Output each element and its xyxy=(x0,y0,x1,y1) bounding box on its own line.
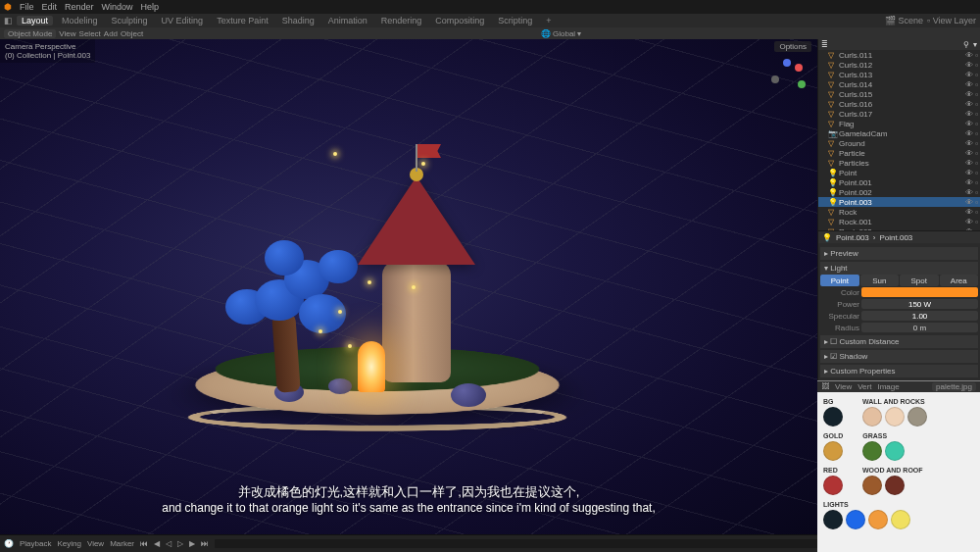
outliner-item[interactable]: ▽Curls.017👁 ▫ xyxy=(818,109,980,119)
vp-menu-add[interactable]: Add xyxy=(104,29,118,38)
light-tab-point[interactable]: Point xyxy=(820,275,859,286)
vp-menu-object[interactable]: Object xyxy=(121,29,143,38)
outliner-item[interactable]: ▽Particles👁 ▫ xyxy=(818,158,980,168)
outliner-item[interactable]: ▽Curls.015👁 ▫ xyxy=(818,89,980,99)
property-value[interactable]: 0 m xyxy=(861,323,978,332)
tab-animation[interactable]: Animation xyxy=(323,16,372,25)
outliner-item[interactable]: 💡Point👁 ▫ xyxy=(818,168,980,177)
outliner-item[interactable]: ▽Rock👁 ▫ xyxy=(818,207,980,217)
visibility-toggles[interactable]: 👁 ▫ xyxy=(965,149,978,158)
img-menu-vert[interactable]: Vert xyxy=(858,382,871,391)
section-light[interactable]: ▾ Light xyxy=(820,262,978,275)
visibility-toggles[interactable]: 👁 ▫ xyxy=(965,198,978,207)
menu-file[interactable]: File xyxy=(20,2,34,12)
timeline-track[interactable] xyxy=(215,539,865,548)
tab-sculpting[interactable]: Sculpting xyxy=(107,16,153,25)
img-menu-view[interactable]: View xyxy=(835,382,852,391)
play-reverse-icon[interactable]: ◁ xyxy=(166,539,172,548)
visibility-toggles[interactable]: 👁 ▫ xyxy=(965,169,978,177)
vp-menu-view[interactable]: View xyxy=(59,29,75,38)
section-shadow[interactable]: ▸ ☑ Shadow xyxy=(820,350,978,363)
image-filename[interactable]: palette.jpg xyxy=(932,382,976,391)
3d-viewport[interactable]: Camera Perspective (0) Collection | Poin… xyxy=(0,39,817,534)
visibility-toggles[interactable]: 👁 ▫ xyxy=(965,80,978,89)
navigation-gizmo[interactable] xyxy=(768,59,808,98)
tab-compositing[interactable]: Compositing xyxy=(430,16,489,25)
menu-window[interactable]: Window xyxy=(102,2,133,12)
visibility-toggles[interactable]: 👁 ▫ xyxy=(965,90,978,99)
outliner-item[interactable]: 💡Point.003👁 ▫ xyxy=(818,197,980,207)
outliner-item[interactable]: ▽Curls.013👁 ▫ xyxy=(818,70,980,79)
tl-menu-marker[interactable]: Marker xyxy=(110,539,134,548)
tl-menu-keying[interactable]: Keying xyxy=(57,539,80,548)
orientation-dropdown[interactable]: 🌐 Global ▾ xyxy=(541,29,582,38)
visibility-toggles[interactable]: 👁 ▫ xyxy=(965,61,978,70)
visibility-toggles[interactable]: 👁 ▫ xyxy=(965,188,978,197)
visibility-toggles[interactable]: 👁 ▫ xyxy=(965,100,978,109)
outliner-item[interactable]: ▽Flag👁 ▫ xyxy=(818,119,980,128)
next-key-icon[interactable]: ▶ xyxy=(189,539,195,548)
tab-add[interactable]: + xyxy=(541,16,556,25)
axis-z[interactable] xyxy=(783,59,791,67)
visibility-toggles[interactable]: 👁 ▫ xyxy=(965,71,978,79)
jump-end-icon[interactable]: ⏭ xyxy=(201,539,209,548)
mode-dropdown[interactable]: Object Mode xyxy=(4,29,56,38)
tab-layout[interactable]: Layout xyxy=(17,16,53,25)
tab-texturepaint[interactable]: Texture Paint xyxy=(212,16,273,25)
section-custom-distance[interactable]: ▸ ☐ Custom Distance xyxy=(820,335,978,348)
tab-rendering[interactable]: Rendering xyxy=(376,16,427,25)
visibility-toggles[interactable]: 👁 ▫ xyxy=(965,159,978,168)
light-tab-spot[interactable]: Spot xyxy=(900,275,939,286)
scene-selector[interactable]: 🎬 Scene xyxy=(885,16,923,25)
outliner-item[interactable]: ▽Ground👁 ▫ xyxy=(818,138,980,148)
viewlayer-selector[interactable]: ▫ View Layer xyxy=(927,16,976,25)
tab-shading[interactable]: Shading xyxy=(277,16,319,25)
visibility-toggles[interactable]: 👁 ▫ xyxy=(965,51,978,60)
axis-neg[interactable] xyxy=(771,75,779,83)
props-breadcrumb-1[interactable]: Point.003 xyxy=(879,233,912,242)
image-editor-panel[interactable]: 🖼 View Vert Image palette.jpg BGWALL AND… xyxy=(817,380,980,552)
section-custom-properties[interactable]: ▸ Custom Properties xyxy=(820,365,978,377)
visibility-toggles[interactable]: 👁 ▫ xyxy=(965,178,978,187)
outliner-item[interactable]: ▽Curls.016👁 ▫ xyxy=(818,99,980,109)
outliner-item[interactable]: ▽Curls.014👁 ▫ xyxy=(818,79,980,89)
outliner-item[interactable]: 📷GameladCam👁 ▫ xyxy=(818,128,980,138)
property-value[interactable]: 1.00 xyxy=(861,311,978,321)
props-breadcrumb-0[interactable]: Point.003 xyxy=(836,233,869,242)
tab-modeling[interactable]: Modeling xyxy=(57,16,103,25)
prev-key-icon[interactable]: ◀ xyxy=(154,539,160,548)
visibility-toggles[interactable]: 👁 ▫ xyxy=(965,208,978,217)
light-tab-sun[interactable]: Sun xyxy=(860,275,900,286)
viewport-options[interactable]: Options xyxy=(774,41,811,52)
property-value[interactable] xyxy=(861,287,978,297)
property-value[interactable]: 150 W xyxy=(861,299,978,309)
axis-x[interactable] xyxy=(795,64,803,72)
jump-start-icon[interactable]: ⏮ xyxy=(140,539,148,548)
visibility-toggles[interactable]: 👁 ▫ xyxy=(965,218,978,226)
tab-uvediting[interactable]: UV Editing xyxy=(157,16,209,25)
play-icon[interactable]: ▷ xyxy=(177,539,183,548)
tl-menu-playback[interactable]: Playback xyxy=(20,539,51,548)
img-menu-image[interactable]: Image xyxy=(877,382,899,391)
outliner-item[interactable]: ▽Curls.011👁 ▫ xyxy=(818,50,980,60)
axis-y[interactable] xyxy=(798,80,806,88)
menu-help[interactable]: Help xyxy=(141,2,160,12)
outliner-item[interactable]: ▽Rock.001👁 ▫ xyxy=(818,217,980,226)
outliner-item[interactable]: 💡Point.002👁 ▫ xyxy=(818,187,980,197)
section-preview[interactable]: ▸ Preview xyxy=(820,247,978,260)
menu-edit[interactable]: Edit xyxy=(42,2,58,12)
visibility-toggles[interactable]: 👁 ▫ xyxy=(965,110,978,119)
menu-render[interactable]: Render xyxy=(65,2,94,12)
visibility-toggles[interactable]: 👁 ▫ xyxy=(965,129,978,138)
tl-menu-view[interactable]: View xyxy=(87,539,104,548)
tab-scripting[interactable]: Scripting xyxy=(493,16,537,25)
outliner-item[interactable]: 💡Point.001👁 ▫ xyxy=(818,177,980,187)
light-tab-area[interactable]: Area xyxy=(940,275,979,286)
outliner-funnel-icon[interactable]: ▾ xyxy=(973,40,977,49)
outliner-item[interactable]: ▽Particle👁 ▫ xyxy=(818,148,980,158)
visibility-toggles[interactable]: 👁 ▫ xyxy=(965,120,978,128)
outliner[interactable]: ≣ ⚲ ▾ ▽Curls.011👁 ▫▽Curls.012👁 ▫▽Curls.0… xyxy=(818,39,980,230)
visibility-toggles[interactable]: 👁 ▫ xyxy=(965,139,978,148)
outliner-item[interactable]: ▽Curls.012👁 ▫ xyxy=(818,60,980,70)
vp-menu-select[interactable]: Select xyxy=(79,29,101,38)
